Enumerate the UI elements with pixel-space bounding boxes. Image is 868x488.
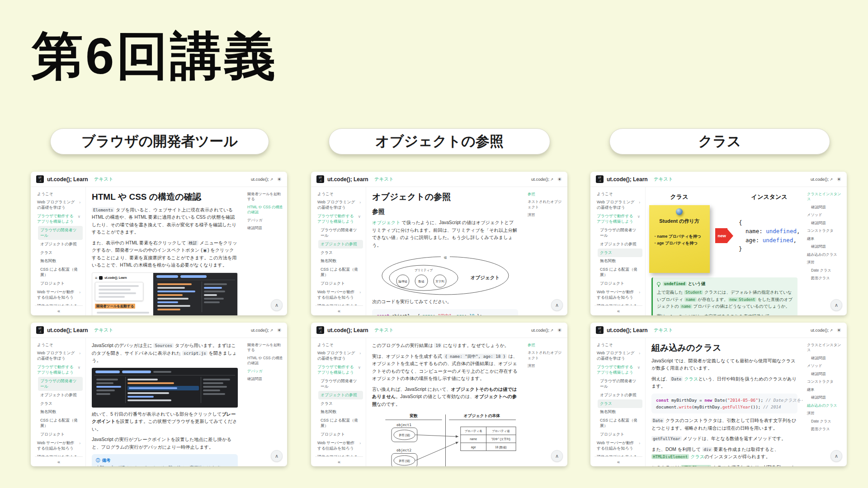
inline-link[interactable]: オブジェクト — [372, 220, 401, 225]
brand-link[interactable]: ut.code(); Learn — [327, 327, 368, 333]
sidebar-item[interactable]: 現代のアプリを支える技術を学ぼう（発展）› — [35, 453, 83, 456]
toc-item[interactable]: 組み込みのクラス — [807, 403, 844, 408]
nav-link-text[interactable]: テキスト — [374, 176, 394, 183]
sidebar-item[interactable]: ブラウザの開発者ツール — [318, 226, 363, 240]
site-link[interactable]: ut.code();↗ — [251, 328, 273, 333]
sidebar-item[interactable]: オブジェクトの参照 — [318, 240, 363, 249]
theme-toggle-icon[interactable]: ☀ — [557, 327, 562, 333]
toc-item[interactable]: 演習 — [528, 363, 565, 368]
brand-link[interactable]: ut.code(); Learn — [607, 327, 648, 333]
sidebar-item[interactable]: クラス — [318, 249, 363, 257]
site-link[interactable]: ut.code();↗ — [811, 177, 833, 182]
sidebar-item[interactable]: プロジェクト — [38, 431, 83, 439]
toc-item[interactable]: 参照 — [528, 343, 565, 347]
toc-item[interactable]: 確認問題 — [247, 376, 284, 381]
toc-item[interactable]: メソッド — [807, 363, 844, 368]
sidebar-item[interactable]: ブラウザの開発者ツール — [598, 377, 642, 391]
toc-item[interactable]: 図形クラス — [807, 427, 844, 432]
toc-item[interactable]: Date クラス — [807, 268, 844, 273]
sidebar-item[interactable]: 現代のアプリを支える技術を学ぼう（発展）› — [315, 302, 363, 305]
sidebar-item[interactable]: Web プログラミングの基礎を学ぼう› — [35, 349, 83, 363]
toc-item[interactable]: 参照 — [528, 192, 565, 197]
sidebar-item[interactable]: CSS による配置（発展） — [598, 417, 642, 431]
sidebar-item[interactable]: ブラウザで動作するアプリを構築しよう∨ — [594, 212, 642, 226]
sidebar-item[interactable]: オブジェクトの参照 — [598, 240, 642, 249]
sidebar-item[interactable]: Web プログラミングの基礎を学ぼう› — [315, 198, 363, 212]
sidebar-item[interactable]: CSS による配置（発展） — [38, 266, 83, 280]
sidebar-item[interactable]: ブラウザの開発者ツール — [38, 226, 83, 240]
sidebar-item[interactable]: Web プログラミングの基礎を学ぼう› — [35, 198, 83, 212]
sidebar-item[interactable]: プロジェクト — [318, 431, 363, 439]
sidebar-item[interactable]: Web サーバーが動作する仕組みを知ろう› — [35, 439, 83, 453]
sidebar-item[interactable]: Web サーバーが動作する仕組みを知ろう› — [594, 288, 642, 302]
sidebar-collapse-button[interactable]: « — [594, 305, 642, 315]
sidebar-item[interactable]: 現代のアプリを支える技術を学ぼう（発展）› — [594, 302, 642, 305]
toc-item[interactable]: 確認問題 — [807, 244, 844, 249]
toc-item[interactable]: 継承 — [807, 387, 844, 392]
sidebar-item[interactable]: プロジェクト — [318, 280, 363, 288]
sidebar-item[interactable]: Web サーバーが動作する仕組みを知ろう› — [315, 288, 363, 302]
scroll-to-top-button[interactable]: ∧ — [271, 450, 283, 462]
sidebar-item[interactable]: オブジェクトの参照 — [318, 391, 363, 399]
sidebar-item[interactable]: CSS による配置（発展） — [598, 266, 642, 280]
toc-item[interactable]: 開発者ツールを起動する — [247, 343, 284, 353]
sidebar-item[interactable]: CSS による配置（発展） — [318, 417, 363, 431]
brand-link[interactable]: ut.code(); Learn — [47, 176, 88, 183]
inline-link[interactable]: クラス — [683, 376, 698, 381]
toc-item[interactable]: 演習 — [528, 212, 565, 217]
inline-link[interactable]: クラス — [689, 454, 704, 459]
sidebar-item[interactable]: 無名関数 — [598, 257, 642, 266]
sidebar-item[interactable]: ブラウザで動作するアプリを構築しよう∨ — [35, 363, 83, 377]
brand-link[interactable]: ut.code(); Learn — [607, 176, 648, 183]
toc-item[interactable]: HTML や CSS の構造の確認 — [247, 205, 284, 215]
toc-item[interactable]: デバッガ — [247, 369, 284, 374]
sidebar-item[interactable]: ようこそ — [594, 190, 642, 198]
sidebar-item[interactable]: クラス — [38, 249, 83, 257]
utcode-logo-icon[interactable]: UT.C — [596, 326, 604, 334]
scroll-to-top-button[interactable]: ∧ — [271, 299, 283, 311]
toc-item[interactable]: 確認問題 — [807, 371, 844, 376]
sidebar-item[interactable]: 現代のアプリを支える技術を学ぼう（発展）› — [594, 453, 642, 456]
utcode-logo-icon[interactable]: UT.C — [596, 175, 604, 183]
toc-item[interactable]: 継承 — [807, 236, 844, 241]
toc-item[interactable]: 確認問題 — [807, 205, 844, 210]
toc-item[interactable]: 開発者ツールを起動する — [247, 192, 284, 202]
sidebar-item[interactable]: 無名関数 — [38, 408, 83, 417]
sidebar-item[interactable]: 無名関数 — [598, 408, 642, 417]
sidebar-collapse-button[interactable]: « — [315, 305, 363, 315]
sidebar-collapse-button[interactable]: « — [315, 456, 363, 466]
utcode-logo-icon[interactable]: UT.C — [316, 326, 324, 334]
toc-item[interactable]: 演習 — [807, 411, 844, 416]
sidebar-item[interactable]: ブラウザの開発者ツール — [38, 377, 83, 391]
sidebar-item[interactable]: Web サーバーが動作する仕組みを知ろう› — [594, 439, 642, 453]
sidebar-item[interactable]: CSS による配置（発展） — [318, 266, 363, 280]
sidebar-item[interactable]: ようこそ — [35, 190, 83, 198]
sidebar-item[interactable]: Web プログラミングの基礎を学ぼう› — [594, 198, 642, 212]
scroll-to-top-button[interactable]: ∧ — [830, 450, 842, 462]
sidebar-item[interactable]: クラス — [38, 399, 83, 408]
scroll-to-top-button[interactable]: ∧ — [551, 299, 563, 311]
sidebar-item[interactable]: ブラウザで動作するアプリを構築しよう∨ — [35, 212, 83, 226]
sidebar-item[interactable]: 無名関数 — [38, 257, 83, 266]
brand-link[interactable]: ut.code(); Learn — [47, 327, 88, 333]
utcode-logo-icon[interactable]: UT.C — [316, 175, 324, 183]
toc-item[interactable]: Date クラス — [807, 419, 844, 424]
sidebar-item[interactable]: 無名関数 — [318, 257, 363, 266]
sidebar-item[interactable]: プロジェクト — [598, 280, 642, 288]
sidebar-item[interactable]: オブジェクトの参照 — [598, 391, 642, 399]
sidebar-item[interactable]: 現代のアプリを支える技術を学ぼう（発展）› — [315, 453, 363, 456]
sidebar-item[interactable]: CSS による配置（発展） — [38, 417, 83, 431]
toc-item[interactable]: デバッガ — [247, 218, 284, 223]
sidebar-item[interactable]: オブジェクトの参照 — [38, 240, 83, 249]
sidebar-item[interactable]: 現代のアプリを支える技術を学ぼう（発展）› — [35, 302, 83, 305]
toc-item[interactable]: クラスとインスタンス — [807, 343, 844, 353]
sidebar-item[interactable]: Web サーバーが動作する仕組みを知ろう› — [315, 439, 363, 453]
sidebar-item[interactable]: ようこそ — [315, 190, 363, 198]
sidebar-item[interactable]: ブラウザで動作するアプリを構築しよう∨ — [315, 212, 363, 226]
theme-toggle-icon[interactable]: ☀ — [557, 176, 562, 183]
toc-item[interactable]: メソッド — [807, 212, 844, 217]
sidebar-item[interactable]: Web プログラミングの基礎を学ぼう› — [315, 349, 363, 363]
toc-item[interactable]: 確認問題 — [807, 356, 844, 361]
sidebar-item[interactable]: ブラウザで動作するアプリを構築しよう∨ — [594, 363, 642, 377]
sidebar-collapse-button[interactable]: « — [35, 456, 83, 466]
